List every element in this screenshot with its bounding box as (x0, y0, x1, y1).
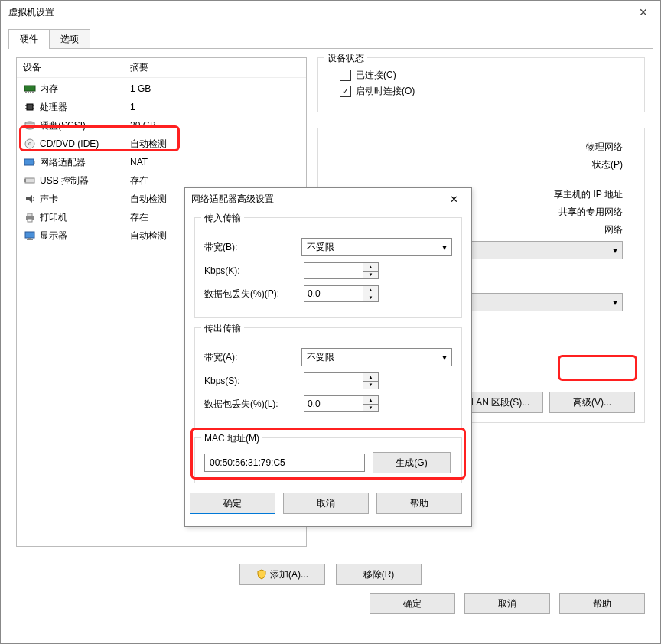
pktloss-out-label: 数据包丢失(%)(L): (204, 398, 304, 411)
shield-icon (256, 569, 267, 580)
kbps-in-input[interactable] (304, 262, 363, 279)
kbps-out-spin-down[interactable]: ▼ (363, 381, 379, 390)
device-name: 硬盘(SCSI) (40, 119, 130, 132)
mac-address-group: MAC 地址(M) 生成(G) (194, 437, 462, 483)
col-summary: 摘要 (130, 61, 148, 74)
titlebar: 虚拟机设置 ✕ (1, 1, 660, 24)
outgoing-group: 传出传输 带宽(A): 不受限 ▾ Kbps(S): ▲ (194, 327, 462, 428)
kbps-out-spin-up[interactable]: ▲ (363, 372, 379, 381)
device-summary: 自动检测 (130, 193, 167, 206)
svg-rect-17 (25, 178, 34, 183)
device-summary: 存在 (130, 211, 148, 224)
svg-rect-4 (32, 91, 34, 93)
connected-label: 已连接(C) (356, 69, 396, 82)
pktloss-out-input[interactable] (304, 395, 363, 412)
remove-device-button[interactable]: 移除(R) (336, 564, 422, 585)
svg-rect-22 (28, 219, 32, 222)
device-name: USB 控制器 (40, 174, 130, 187)
dialog-help-button[interactable]: 帮助 (376, 493, 462, 514)
bandwidth-in-value: 不受限 (307, 241, 334, 254)
custom-visible: 网络 (604, 224, 623, 235)
help-button[interactable]: 帮助 (559, 593, 645, 614)
pktloss-in-label: 数据包丢失(%)(P): (204, 288, 304, 301)
device-summary: 存在 (130, 174, 148, 187)
svg-point-14 (29, 143, 31, 145)
svg-rect-18 (24, 179, 26, 182)
mac-legend: MAC 地址(M) (201, 432, 262, 445)
disk-icon (23, 121, 37, 130)
pktloss-out-spin-down[interactable]: ▼ (363, 404, 379, 413)
tab-underline (8, 48, 653, 49)
device-name: 网络适配器 (40, 156, 130, 169)
pktloss-in-spin-up[interactable]: ▲ (363, 285, 379, 294)
chevron-down-icon: ▾ (442, 352, 447, 363)
svg-marker-19 (26, 195, 32, 203)
pktloss-in-input[interactable] (304, 285, 363, 302)
svg-rect-0 (24, 86, 35, 91)
cd-icon (23, 138, 37, 149)
vm-settings-window: 虚拟机设置 ✕ 硬件 选项 设备 摘要 内存 1 GB (0, 0, 661, 644)
bandwidth-in-label: 带宽(B): (204, 241, 301, 254)
dialog-body: 传入传输 带宽(B): 不受限 ▾ Kbps(K): ▲ (185, 210, 471, 526)
device-summary: 自动检测 (130, 138, 167, 151)
device-status-group: 设备状态 已连接(C) ✓ 启动时连接(O) (317, 57, 645, 112)
device-row-disk[interactable]: 硬盘(SCSI) 20 GB (17, 116, 306, 135)
bandwidth-out-value: 不受限 (307, 351, 334, 364)
device-list-footer: 添加(A)... 移除(R) (1, 564, 660, 585)
svg-rect-21 (28, 213, 32, 216)
svg-rect-25 (27, 239, 33, 240)
advanced-button[interactable]: 高级(V)... (549, 392, 635, 413)
device-list-header: 设备 摘要 (17, 58, 306, 78)
svg-rect-23 (25, 232, 34, 238)
add-button-label: 添加(A)... (270, 568, 308, 581)
connected-checkbox[interactable] (340, 70, 351, 81)
incoming-legend: 传入传输 (201, 212, 244, 225)
pktloss-out-spin-up[interactable]: ▲ (363, 395, 379, 404)
tab-hardware[interactable]: 硬件 (8, 29, 50, 49)
display-icon (23, 230, 37, 241)
kbps-in-spin-up[interactable]: ▲ (363, 262, 379, 271)
connect-at-poweron-checkbox[interactable]: ✓ (340, 86, 351, 97)
bandwidth-in-select[interactable]: 不受限 ▾ (301, 238, 452, 256)
tabs: 硬件 选项 (1, 24, 660, 49)
device-summary: 1 (130, 102, 135, 112)
svg-rect-16 (34, 161, 35, 164)
col-device: 设备 (23, 61, 130, 74)
nat-visible: 享主机的 IP 地址 (554, 189, 623, 200)
add-device-button[interactable]: 添加(A)... (239, 564, 325, 585)
cancel-button[interactable]: 取消 (464, 593, 550, 614)
device-summary: 自动检测 (130, 229, 167, 242)
dialog-cancel-button[interactable]: 取消 (283, 493, 369, 514)
device-row-network-adapter[interactable]: 网络适配器 NAT (17, 153, 306, 171)
device-summary: 1 GB (130, 83, 151, 94)
kbps-out-input[interactable] (304, 372, 363, 389)
dialog-close-button[interactable]: ✕ (442, 194, 465, 205)
bridged-visible: 物理网络 (586, 141, 623, 152)
svg-rect-15 (24, 159, 34, 165)
svg-point-12 (25, 126, 34, 129)
window-title: 虚拟机设置 (8, 1, 54, 24)
device-row-memory[interactable]: 内存 1 GB (17, 80, 306, 98)
window-footer: 确定 取消 帮助 (1, 585, 660, 623)
device-row-cddvd[interactable]: CD/DVD (IDE) 自动检测 (17, 135, 306, 153)
mac-address-input[interactable] (204, 454, 365, 472)
ok-button[interactable]: 确定 (370, 593, 455, 614)
incoming-group: 传入传输 带宽(B): 不受限 ▾ Kbps(K): ▲ (194, 217, 462, 318)
kbps-in-spin-down[interactable]: ▼ (363, 271, 379, 280)
device-row-cpu[interactable]: 处理器 1 (17, 98, 306, 116)
chevron-down-icon: ▾ (442, 242, 447, 252)
network-adapter-icon (23, 158, 37, 167)
memory-icon (23, 84, 37, 93)
dialog-ok-button[interactable]: 确定 (190, 493, 275, 514)
svg-rect-1 (25, 91, 27, 93)
main-body: 设备 摘要 内存 1 GB 处理器 1 (1, 50, 660, 556)
hostonly-visible: 共享的专用网络 (558, 207, 623, 217)
device-status-legend: 设备状态 (324, 52, 367, 65)
tab-options[interactable]: 选项 (49, 29, 90, 49)
bandwidth-out-select[interactable]: 不受限 ▾ (301, 348, 452, 366)
generate-mac-button[interactable]: 生成(G) (373, 452, 451, 473)
pktloss-in-spin-down[interactable]: ▼ (363, 294, 379, 303)
dialog-footer: 确定 取消 帮助 (194, 493, 462, 517)
device-name: CD/DVD (IDE) (40, 138, 130, 149)
window-close-button[interactable]: ✕ (626, 1, 660, 24)
